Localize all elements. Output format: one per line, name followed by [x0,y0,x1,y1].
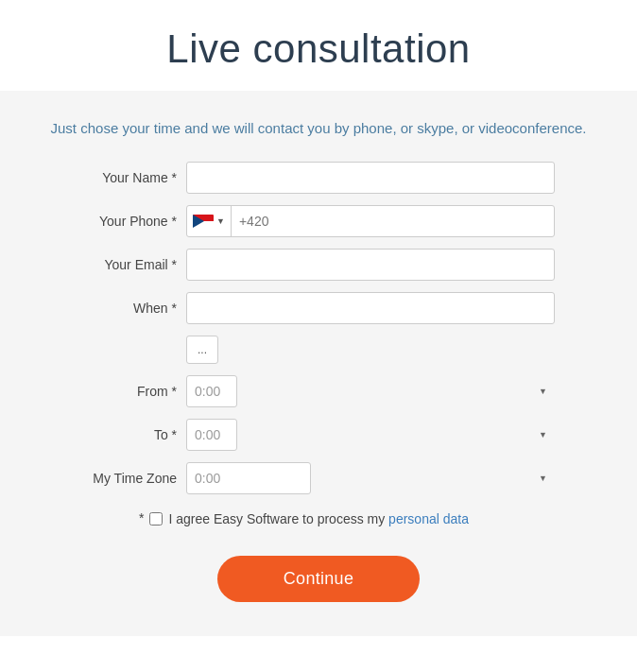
from-label: From * [82,384,186,399]
to-row: To * 0:00 0:000:301:001:30 2:008:009:001… [82,419,555,451]
timezone-select-wrapper: 0:00 UTC-12:00 UTC-11:00 UTC+00:00 UTC+0… [186,462,555,494]
page-title: Live consultation [19,26,618,72]
personal-data-link[interactable]: personal data [388,511,469,526]
when-input[interactable] [186,292,555,324]
to-select-wrapper: 0:00 0:000:301:001:30 2:008:009:0010:00 [186,419,555,451]
from-select-wrapper: 0:00 0:000:301:001:30 2:008:008:309:00 9… [186,375,555,407]
calendar-button[interactable]: ... [186,336,218,364]
calendar-row: ... [82,336,555,364]
agree-required-star: * [139,510,144,526]
name-row: Your Name * [82,162,555,194]
phone-row: Your Phone * ▼ [82,205,555,237]
phone-input[interactable] [232,206,554,236]
from-select[interactable]: 0:00 0:000:301:001:30 2:008:008:309:00 9… [186,375,237,407]
when-row: When * [82,292,555,324]
continue-button[interactable]: Continue [217,556,420,602]
agree-text: I agree Easy Software to process my pers… [168,509,469,529]
email-row: Your Email * [82,249,555,281]
phone-label: Your Phone * [82,214,186,229]
content-area: Just chose your time and we will contact… [0,91,637,636]
description-text: Just chose your time and we will contact… [38,117,599,139]
email-input[interactable] [186,249,555,281]
header: Live consultation [0,0,637,91]
timezone-label: My Time Zone [82,471,186,486]
phone-wrapper: ▼ [186,205,555,237]
when-label: When * [82,301,186,316]
to-label: To * [82,427,186,442]
form: Your Name * Your Phone * ▼ [82,162,555,602]
czech-flag-icon [193,215,214,229]
page-wrapper: Live consultation Just chose your time a… [0,0,637,636]
name-label: Your Name * [82,170,186,185]
timezone-select[interactable]: 0:00 UTC-12:00 UTC-11:00 UTC+00:00 UTC+0… [186,462,311,494]
continue-wrapper: Continue [82,556,555,602]
flag-selector[interactable]: ▼ [187,206,232,236]
name-input[interactable] [186,162,555,194]
agree-checkbox[interactable] [149,512,163,526]
to-select[interactable]: 0:00 0:000:301:001:30 2:008:009:0010:00 [186,419,237,451]
agree-row: * I agree Easy Software to process my pe… [82,509,555,529]
email-label: Your Email * [82,257,186,272]
from-row: From * 0:00 0:000:301:001:30 2:008:008:3… [82,375,555,407]
timezone-row: My Time Zone 0:00 UTC-12:00 UTC-11:00 UT… [82,462,555,494]
flag-dropdown-arrow-icon: ▼ [216,216,225,226]
